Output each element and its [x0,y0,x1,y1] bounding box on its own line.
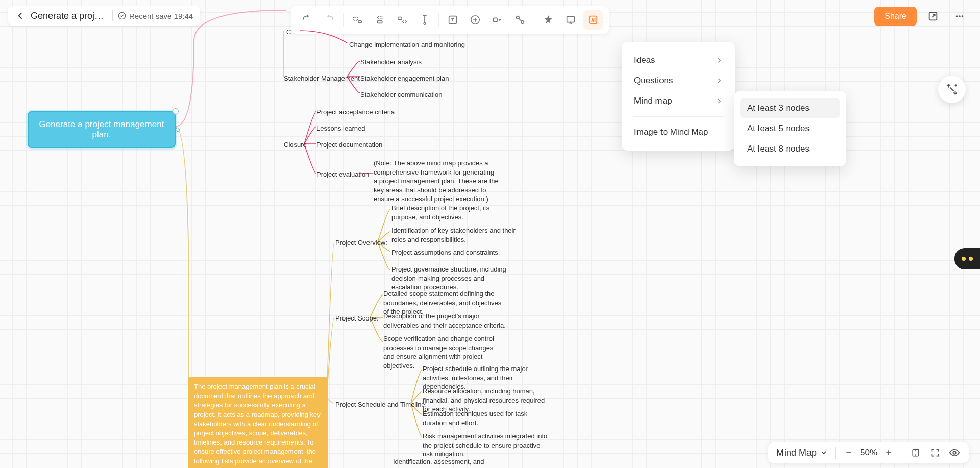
relationship-button[interactable] [510,10,530,30]
view-mode-selector[interactable]: Mind Map [776,448,828,458]
divider [112,10,113,21]
add-subtopic-button[interactable] [370,10,389,30]
node-sc2[interactable]: Description of the project's major deliv… [383,312,506,330]
svg-rect-3 [377,17,382,19]
ai-button[interactable] [583,10,603,30]
root-node[interactable]: Generate a project management plan. [28,111,176,148]
zoom-out-button[interactable] [843,447,855,459]
svg-rect-1 [353,17,358,20]
node-st4[interactable]: Risk management activities integrated in… [423,432,550,459]
bot-eye-icon [962,257,966,261]
format-button[interactable] [415,10,434,30]
bottom-bar: Mind Map 50% [768,442,969,463]
add-topic-button[interactable] [348,10,367,30]
node-cl1[interactable]: Project acceptance criteria [316,108,395,116]
header-right: Share [874,6,970,27]
ai-submenu-8-nodes[interactable]: At least 8 nodes [740,139,840,159]
ai-menu-questions[interactable]: Questions [626,70,731,91]
add-button[interactable] [465,10,485,30]
description-node[interactable]: The project management plan is a crucial… [188,377,328,468]
present-button[interactable] [561,10,580,30]
svg-rect-10 [494,18,497,21]
chevron-right-icon [716,77,723,84]
layout-tool-button[interactable] [938,76,966,103]
node-sh3[interactable]: Stakeholder communication [360,91,442,98]
ai-menu-image-label: Image to Mind Map [634,127,708,137]
node-overview[interactable]: Project Overview: [335,239,387,247]
svg-point-0 [118,12,125,19]
ai-menu-mindmap[interactable]: Mind map [626,91,731,111]
svg-point-18 [962,15,964,17]
more-button[interactable] [949,6,970,27]
save-status: Recent save 19:44 [118,12,193,20]
link-button[interactable] [488,10,507,30]
svg-point-7 [424,23,426,25]
chevron-right-icon [716,57,723,64]
node-ov4[interactable]: Project governance structure, including … [391,265,509,292]
toolbar-separator [534,13,534,27]
node-cl3[interactable]: Project documentation [316,141,382,149]
node-ov2[interactable]: Identification of key stakeholders and t… [391,226,519,244]
share-button[interactable]: Share [874,7,917,26]
node-cl4-note[interactable]: (Note: The above mind map provides a com… [374,159,499,204]
ai-submenu-5-nodes[interactable]: At least 5 nodes [740,118,840,139]
svg-point-17 [959,15,961,17]
ai-submenu-3-nodes[interactable]: At least 3 nodes [740,98,840,118]
svg-rect-2 [358,21,361,23]
bot-eye-icon [969,257,973,261]
node-closure[interactable]: Closure [284,141,307,149]
save-status-text: Recent save 19:44 [129,12,193,20]
back-icon[interactable] [15,11,26,21]
node-connector-dot[interactable] [176,128,180,132]
text-button[interactable] [443,10,462,30]
node-sh2[interactable]: Stakeholder engagement plan [360,75,449,82]
zoom-controls: 50% [843,447,895,459]
node-ov3[interactable]: Project assumptions and constraints. [391,249,500,256]
fit-button[interactable] [910,447,922,459]
ai-menu-ideas-label: Ideas [634,55,655,65]
assistant-badge[interactable] [954,248,980,269]
node-sh1[interactable]: Stakeholder analysis [360,58,422,66]
ai-submenu: At least 3 nodes At least 5 nodes At lea… [734,91,846,166]
toolbar-separator [438,13,439,27]
svg-rect-5 [398,17,402,20]
node-change-root[interactable]: C [286,28,291,36]
undo-button[interactable] [297,10,316,30]
ai-menu-questions-label: Questions [634,76,673,86]
fullscreen-button[interactable] [929,447,941,459]
node-cl4[interactable]: Project evaluation [316,170,369,178]
check-icon [118,12,126,20]
menu-divider [633,116,724,117]
ai-dropdown-menu: Ideas Questions Mind map Image to Mind M… [622,42,735,151]
svg-point-19 [955,85,957,86]
redo-button[interactable] [320,10,339,30]
toolbar-separator [343,13,344,27]
node-schedule[interactable]: Project Schedule and Timeline: [335,401,427,408]
open-external-button[interactable] [923,6,943,27]
svg-point-16 [956,15,958,17]
main-toolbar [291,6,609,34]
node-handle[interactable] [173,108,179,114]
node-st3[interactable]: Estimation techniques used for task dura… [423,409,543,427]
svg-rect-4 [377,21,382,23]
preview-button[interactable] [948,447,961,459]
svg-rect-6 [403,20,406,23]
svg-point-24 [953,451,956,454]
node-change-impl[interactable]: Change implementation and monitoring [349,41,465,48]
add-floating-button[interactable] [393,10,412,30]
header-left: Generate a projec… Recent save 19:44 [8,6,200,26]
node-cl2[interactable]: Lessons learned [316,125,365,132]
node-ov1[interactable]: Brief description of the project, its pu… [391,204,509,221]
node-risks[interactable]: Identification, assessment, and prioriti… [393,457,510,468]
document-title[interactable]: Generate a projec… [31,11,107,21]
chevron-right-icon [716,97,723,105]
ai-menu-image-to-map[interactable]: Image to Mind Map [626,122,731,142]
node-stakeholder-mgmt[interactable]: Stakeholder Management [284,75,360,82]
ai-menu-ideas[interactable]: Ideas [626,50,731,70]
node-scope[interactable]: Project Scope: [335,314,379,322]
zoom-in-button[interactable] [883,447,895,459]
zoom-value[interactable]: 50% [860,448,877,458]
style-button[interactable] [538,10,558,30]
ai-menu-mindmap-label: Mind map [634,96,672,106]
divider [902,447,902,459]
